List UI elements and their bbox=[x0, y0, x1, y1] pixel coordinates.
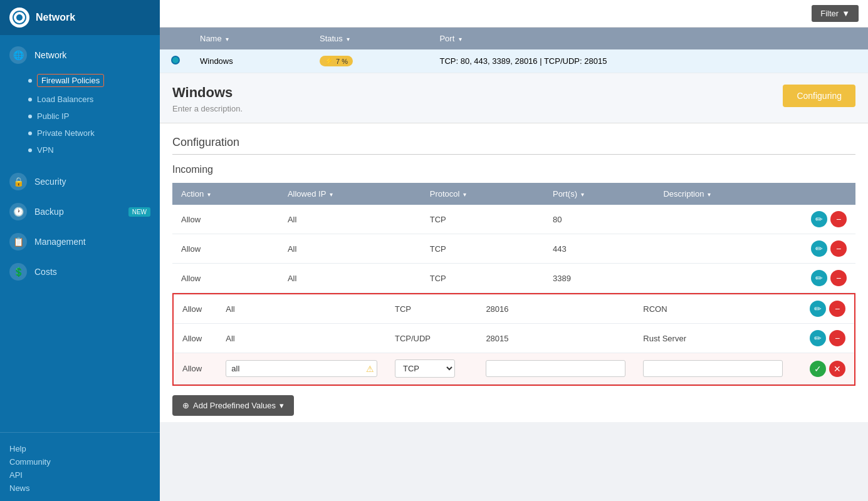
rule-row: Allow All TCP 443 ✏ − bbox=[172, 234, 855, 264]
sidebar-item-security[interactable]: 🔒 Security bbox=[0, 167, 160, 197]
col-protocol[interactable]: Protocol ▾ bbox=[421, 183, 544, 205]
col-action-label: Action bbox=[181, 189, 204, 199]
configuring-button[interactable]: Configuring bbox=[783, 85, 855, 107]
help-link[interactable]: Help bbox=[9, 442, 150, 455]
rule-row: Allow All TCP 80 ✏ − bbox=[172, 205, 855, 234]
remove-rule-button[interactable]: − bbox=[829, 330, 845, 346]
remove-rule-button[interactable]: − bbox=[830, 240, 847, 257]
sidebar-bottom: Help Community API News bbox=[0, 432, 160, 501]
highlighted-rules-group: Allow All TCP 28016 RCON ✏ − bbox=[172, 293, 855, 386]
management-icon: 📋 bbox=[9, 233, 27, 250]
news-link[interactable]: News bbox=[9, 482, 150, 495]
new-rule-protocol-select[interactable]: TCP UDP TCP/UDP ICMP bbox=[395, 359, 455, 378]
community-link[interactable]: Community bbox=[9, 455, 150, 468]
cancel-new-rule-button[interactable]: ✕ bbox=[829, 361, 845, 377]
rule-action: Allow bbox=[172, 264, 279, 293]
sidebar-item-loadbalancers[interactable]: Load Balancers bbox=[0, 91, 160, 108]
svg-point-1 bbox=[16, 14, 23, 21]
rule-actions-cell: ✏ − bbox=[802, 264, 855, 293]
sidebar-item-network-label: Network bbox=[34, 50, 66, 60]
resource-port: TCP: 80, 443, 3389, 28016 | TCP/UDP: 280… bbox=[431, 49, 868, 73]
sidebar-item-backup[interactable]: 🕐 Backup NEW bbox=[0, 197, 160, 227]
rule-protocol: TCP bbox=[421, 205, 544, 234]
sort-icon: ▾ bbox=[207, 191, 211, 198]
backup-icon: 🕐 bbox=[9, 203, 27, 220]
config-title: Configuration bbox=[172, 136, 855, 155]
add-predefined-label: Add Predefined Values bbox=[193, 401, 276, 410]
rule-protocol: TCP bbox=[421, 264, 544, 293]
col-status[interactable]: Status ▾ bbox=[311, 28, 431, 49]
col-ports[interactable]: Port(s) ▾ bbox=[544, 183, 654, 205]
rule-actions-cell: ✏ − bbox=[792, 324, 854, 353]
rule-row: Allow All TCP 3389 ✏ − bbox=[172, 264, 855, 293]
filter-arrow-icon: ▼ bbox=[842, 9, 850, 18]
rule-action: Allow bbox=[174, 294, 217, 324]
resource-name: Windows bbox=[191, 49, 311, 73]
dropdown-arrow-icon: ▾ bbox=[280, 401, 284, 410]
app-title: Network bbox=[36, 12, 75, 23]
sort-icon: ▾ bbox=[581, 191, 584, 198]
edit-rule-button[interactable]: ✏ bbox=[811, 211, 827, 227]
add-predefined-button[interactable]: ⊕ Add Predefined Values ▾ bbox=[172, 395, 294, 416]
rule-actions-cell: ✏ − bbox=[802, 205, 855, 234]
rule-description bbox=[654, 264, 802, 293]
rule-description: RCON bbox=[634, 294, 792, 324]
resource-row[interactable]: Windows ⚡ 7 % TCP: 80, 443, 3389, 28016 … bbox=[160, 49, 868, 73]
main-content: Filter ▼ Name ▾ Status ▾ Port bbox=[160, 0, 868, 501]
col-name[interactable]: Name ▾ bbox=[191, 28, 311, 49]
edit-rule-button[interactable]: ✏ bbox=[811, 240, 827, 257]
nav-network-section: 🌐 Network Firewall Policies Load Balance… bbox=[0, 35, 160, 167]
remove-rule-button[interactable]: − bbox=[829, 301, 845, 317]
sidebar-item-management[interactable]: 📋 Management bbox=[0, 227, 160, 257]
col-action[interactable]: Action ▾ bbox=[172, 183, 279, 205]
remove-rule-button[interactable]: − bbox=[830, 211, 847, 227]
sidebar-item-publicip[interactable]: Public IP bbox=[0, 108, 160, 125]
new-rule-protocol-cell: TCP UDP TCP/UDP ICMP bbox=[386, 353, 477, 385]
rule-action: Allow bbox=[172, 234, 279, 264]
sidebar-item-backup-label: Backup bbox=[34, 207, 64, 217]
col-allowed-ip[interactable]: Allowed IP ▾ bbox=[279, 183, 421, 205]
sidebar-item-security-label: Security bbox=[34, 177, 66, 187]
edit-rule-button[interactable]: ✏ bbox=[810, 301, 826, 317]
ip-input-wrap: ⚠ bbox=[226, 360, 377, 377]
col-port[interactable]: Port ▾ bbox=[431, 28, 868, 49]
filter-button[interactable]: Filter ▼ bbox=[812, 5, 859, 22]
col-ip-label: Allowed IP bbox=[288, 189, 326, 199]
new-rule-ip-cell: ⚠ bbox=[217, 353, 386, 385]
new-rule-ip-input[interactable] bbox=[226, 360, 377, 377]
resource-status: ⚡ 7 % bbox=[311, 49, 431, 73]
col-description[interactable]: Description ▾ bbox=[654, 183, 802, 205]
detail-title: Windows bbox=[172, 85, 243, 101]
costs-icon: 💲 bbox=[9, 263, 27, 281]
sidebar-item-costs[interactable]: 💲 Costs bbox=[0, 257, 160, 287]
warning-icon: ⚠ bbox=[366, 364, 374, 374]
remove-rule-button[interactable]: − bbox=[830, 270, 847, 286]
sidebar-item-firewall[interactable]: Firewall Policies bbox=[0, 70, 160, 91]
status-circle-icon bbox=[171, 56, 180, 65]
plus-icon: ⊕ bbox=[182, 401, 189, 410]
edit-rule-button[interactable]: ✏ bbox=[810, 330, 826, 346]
rule-ip: All bbox=[279, 205, 421, 234]
sidebar-item-privatenetwork[interactable]: Private Network bbox=[0, 125, 160, 142]
sidebar-item-vpn[interactable]: VPN bbox=[0, 142, 160, 158]
detail-info: Windows Enter a description. bbox=[172, 85, 243, 113]
confirm-new-rule-button[interactable]: ✓ bbox=[810, 361, 826, 377]
col-actions bbox=[802, 183, 855, 205]
new-rule-ports-input[interactable] bbox=[486, 360, 625, 377]
sidebar-item-vpn-label: VPN bbox=[37, 145, 54, 155]
subnav-dot bbox=[28, 148, 32, 152]
rule-ports: 3389 bbox=[544, 264, 654, 293]
sidebar-item-network[interactable]: 🌐 Network bbox=[0, 40, 160, 70]
sort-icon: ▾ bbox=[463, 191, 466, 198]
col-select bbox=[160, 28, 191, 49]
rule-actions-cell: ✏ − bbox=[802, 234, 855, 264]
rule-row-highlighted: Allow All TCP/UDP 28015 Rust Server ✏ − bbox=[174, 324, 854, 353]
edit-rule-button[interactable]: ✏ bbox=[811, 270, 827, 286]
new-rule-description-input[interactable] bbox=[643, 360, 783, 377]
sidebar-item-privatenetwork-label: Private Network bbox=[37, 128, 95, 138]
progress-badge: ⚡ 7 % bbox=[320, 56, 353, 66]
api-link[interactable]: API bbox=[9, 468, 150, 482]
network-icon: 🌐 bbox=[9, 46, 27, 64]
col-desc-label: Description bbox=[663, 189, 704, 199]
new-rule-action: Allow bbox=[182, 364, 202, 373]
